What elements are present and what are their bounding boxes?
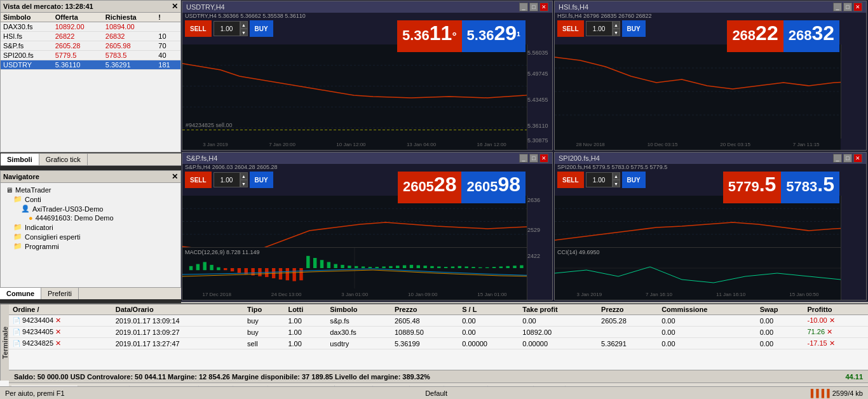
mw-symbol: S&P.fs <box>1 41 53 51</box>
spi200-lot-down[interactable]: ▼ <box>613 180 620 187</box>
chart-hsi-close[interactable]: ✕ <box>853 3 862 11</box>
chart-sp-info: S&P.fs,H4 2606.03 2604.28 2605.28 <box>185 164 277 170</box>
usdtry-lot-up[interactable]: ▲ <box>240 21 248 29</box>
mw-row[interactable]: USDTRY 5.36110 5.36291 181 <box>1 60 180 70</box>
nav-tree-item[interactable]: 📁 Programmi <box>3 241 178 251</box>
nav-tree-item[interactable]: 🖥 MetaTrader <box>3 186 178 194</box>
chart-hsi-restore[interactable]: □ <box>843 3 852 11</box>
th-datetime[interactable]: Data/Orario <box>112 304 243 315</box>
nav-tree-item[interactable]: 📁 Indicatori <box>3 222 178 232</box>
tab-comune[interactable]: Comune <box>0 288 41 299</box>
price-level-3: 5.43455 <box>527 97 548 103</box>
order-close[interactable]: ✕ <box>55 339 61 347</box>
spi200-lot-input[interactable] <box>586 172 613 187</box>
order-icon: 📄 <box>13 328 20 335</box>
chart-usdtry-close[interactable]: ✕ <box>539 3 548 11</box>
mw-row[interactable]: DAX30.fs 10892.00 10894.00 <box>1 22 180 32</box>
chart-spi200-info: SPI200.fs,H4 5779.5 5783.0 5775.5 5779.5 <box>557 164 667 170</box>
terminal-status-bar: Saldo: 50 000.00 USD Controvalore: 50 04… <box>9 370 868 382</box>
th-swap[interactable]: Swap <box>756 304 804 315</box>
th-ordine[interactable]: Ordine / <box>9 304 112 315</box>
order-icon: 📄 <box>13 340 20 347</box>
hsi-sell-btn[interactable]: SELL <box>557 20 584 37</box>
mw-row[interactable]: S&P.fs 2605.28 2605.98 70 <box>1 41 180 51</box>
usdtry-lot-down[interactable]: ▼ <box>240 29 248 36</box>
chart-spi200-restore[interactable]: □ <box>843 154 852 163</box>
mw-bid: 10892.00 <box>53 22 103 32</box>
hsi-x4: 7 Jan 11:15 <box>793 142 820 147</box>
sp-lot-input[interactable] <box>214 172 240 187</box>
order-profit-close[interactable]: ✕ <box>829 339 835 347</box>
sp-sell-btn[interactable]: SELL <box>185 172 212 188</box>
tab-grafico-tick[interactable]: Grafico tick <box>39 154 88 165</box>
svg-rect-56 <box>465 266 468 268</box>
th-commissione[interactable]: Commissione <box>658 304 756 315</box>
nav-tree-item[interactable]: ● 444691603: Demo Demo <box>3 213 178 222</box>
th-tp[interactable]: Take profit <box>519 304 597 315</box>
sp-lot-up[interactable]: ▲ <box>240 172 248 180</box>
nav-tree-item[interactable]: 📁 Conti <box>3 194 178 204</box>
svg-rect-20 <box>217 267 220 270</box>
chart-hsi-minimize[interactable]: _ <box>833 3 842 11</box>
market-watch-close[interactable]: ✕ <box>172 2 178 11</box>
navigator-close[interactable]: ✕ <box>172 172 178 181</box>
chart-usdtry-minimize[interactable]: _ <box>519 3 528 11</box>
usdtry-sell-btn[interactable]: SELL <box>185 20 212 37</box>
th-profitto[interactable]: Profitto <box>803 304 868 315</box>
usdtry-sell-pip: ° <box>452 30 456 42</box>
chart-spi200-close[interactable]: ✕ <box>853 154 862 163</box>
order-close[interactable]: ✕ <box>55 328 61 335</box>
th-prezzo2[interactable]: Prezzo <box>597 304 658 315</box>
mw-ask: 5.36291 <box>103 60 156 70</box>
col-simbolo[interactable]: Simbolo <box>1 13 53 22</box>
svg-rect-49 <box>417 266 420 268</box>
chart-usdtry-title: USDTRY,H4 _ □ ✕ <box>182 1 552 13</box>
hsi-lot-down[interactable]: ▼ <box>613 29 620 36</box>
th-simbolo[interactable]: Simbolo <box>326 304 391 315</box>
usdtry-lot-input[interactable] <box>214 21 240 36</box>
th-sl[interactable]: S / L <box>458 304 519 315</box>
chart-spi200-minimize[interactable]: _ <box>833 154 842 163</box>
col-change[interactable]: ! <box>156 13 180 22</box>
chart-sp-close[interactable]: ✕ <box>539 154 548 163</box>
hsi-buy-btn[interactable]: BUY <box>622 20 646 37</box>
col-offerta[interactable]: Offerta <box>53 13 103 22</box>
tab-preferiti[interactable]: Preferiti <box>41 288 79 299</box>
order-icon: 📄 <box>13 317 20 324</box>
hsi-lot-up[interactable]: ▲ <box>613 21 620 29</box>
terminal-label[interactable]: Terminale <box>0 304 9 381</box>
price-level-5: 5.30875 <box>527 137 548 144</box>
tab-simboli[interactable]: Simboli <box>1 154 39 165</box>
nav-tree-item[interactable]: 📁 Consiglieri esperti <box>3 232 178 241</box>
spi200-buy-btn[interactable]: BUY <box>622 172 646 188</box>
order-symbol: dax30.fs <box>326 327 391 338</box>
sp-buy-btn[interactable]: BUY <box>250 172 273 188</box>
mw-symbol: USDTRY <box>1 60 53 70</box>
sp-lot-down[interactable]: ▼ <box>240 180 248 187</box>
nav-item-label: MetaTrader <box>15 186 51 194</box>
chart-sp-restore[interactable]: □ <box>529 154 538 163</box>
nav-tree-item[interactable]: 👤 AxiTrader-US03-Demo <box>3 204 178 213</box>
order-profit-close[interactable]: ✕ <box>829 316 835 324</box>
usdtry-buy-btn[interactable]: BUY <box>250 20 273 37</box>
order-close[interactable]: ✕ <box>55 316 61 324</box>
chart-hsi-title: HSI.fs,H4 _ □ ✕ <box>555 1 866 13</box>
chart-sp-minimize[interactable]: _ <box>519 154 528 163</box>
th-prezzo[interactable]: Prezzo <box>391 304 458 315</box>
hsi-lot-input[interactable] <box>586 21 613 36</box>
th-lotti[interactable]: Lotti <box>284 304 326 315</box>
mw-row[interactable]: HSI.fs 26822 26832 10 <box>1 32 180 41</box>
order-profit: -10.00 ✕ <box>803 315 868 327</box>
spi200-lot-up[interactable]: ▲ <box>613 172 620 180</box>
th-tipo[interactable]: Tipo <box>243 304 284 315</box>
col-richiesta[interactable]: Richiesta <box>103 13 156 22</box>
svg-rect-47 <box>403 266 406 268</box>
svg-rect-59 <box>485 267 489 268</box>
mw-row[interactable]: SPI200.fs 5779.5 5783.5 40 <box>1 51 180 60</box>
order-profit-close[interactable]: ✕ <box>827 328 832 335</box>
terminal-panel: Terminale Ordine / Data/Orario Tipo Lott… <box>0 303 868 399</box>
market-watch-title: Vista del mercato: 13:28:41 ✕ <box>1 1 180 13</box>
chart-usdtry-restore[interactable]: □ <box>529 3 538 11</box>
spi200-sell-btn[interactable]: SELL <box>557 172 584 188</box>
spi200-buy-int: 5783 <box>786 180 817 194</box>
